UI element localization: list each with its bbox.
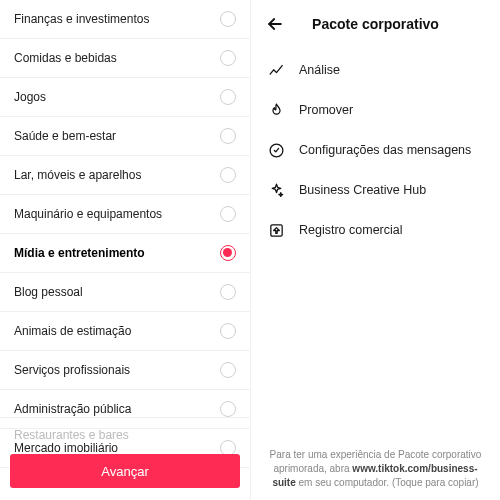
radio-button[interactable] [220,206,236,222]
sparkle-icon [267,181,285,199]
category-row[interactable]: Mídia e entretenimento [0,234,250,273]
category-label: Mídia e entretenimento [14,246,145,260]
svg-rect-1 [270,224,281,235]
footer-text-post: em seu computador. (Toque para copiar) [296,477,479,488]
radio-button[interactable] [220,245,236,261]
header: Pacote corporativo [251,0,500,44]
category-row[interactable]: Jogos [0,78,250,117]
menu-item-label: Registro comercial [299,223,403,237]
category-row[interactable]: Animais de estimação [0,312,250,351]
menu-item-label: Análise [299,63,340,77]
radio-button[interactable] [220,50,236,66]
footer-hint[interactable]: Para ter uma experiência de Pacote corpo… [265,448,486,490]
menu-item[interactable]: Promover [251,90,500,130]
category-label: Administração pública [14,402,131,416]
menu-item-label: Configurações das mensagens [299,143,471,157]
category-row[interactable]: Comidas e bebidas [0,39,250,78]
analytics-icon [267,61,285,79]
category-label: Maquinário e equipamentos [14,207,162,221]
category-label: Finanças e investimentos [14,12,149,26]
category-label: Blog pessoal [14,285,83,299]
radio-button[interactable] [220,401,236,417]
category-label: Serviços profissionais [14,363,130,377]
truncated-category-row: Restaurantes e bares [0,417,250,452]
category-list: Finanças e investimentosComidas e bebida… [0,0,250,468]
radio-button[interactable] [220,11,236,27]
flame-icon [267,101,285,119]
category-row[interactable]: Blog pessoal [0,273,250,312]
category-row[interactable]: Maquinário e equipamentos [0,195,250,234]
menu-item[interactable]: Configurações das mensagens [251,130,500,170]
category-label: Jogos [14,90,46,104]
page-title: Pacote corporativo [265,16,486,32]
category-row[interactable]: Lar, móveis e aparelhos [0,156,250,195]
menu-item[interactable]: Análise [251,50,500,90]
category-row[interactable]: Serviços profissionais [0,351,250,390]
radio-button[interactable] [220,284,236,300]
radio-button[interactable] [220,128,236,144]
category-row[interactable]: Finanças e investimentos [0,0,250,39]
radio-button[interactable] [220,89,236,105]
category-label: Lar, móveis e aparelhos [14,168,141,182]
next-button[interactable]: Avançar [10,454,240,488]
category-row[interactable]: Saúde e bem-estar [0,117,250,156]
radio-button[interactable] [220,323,236,339]
radio-button[interactable] [220,167,236,183]
category-label: Comidas e bebidas [14,51,117,65]
menu-item-label: Promover [299,103,353,117]
category-label: Animais de estimação [14,324,131,338]
menu-list: AnálisePromoverConfigurações das mensage… [251,44,500,256]
business-suite-panel: Pacote corporativo AnálisePromoverConfig… [250,0,500,500]
clock-check-icon [267,141,285,159]
menu-item[interactable]: Business Creative Hub [251,170,500,210]
menu-item[interactable]: Registro comercial [251,210,500,250]
category-label: Saúde e bem-estar [14,129,116,143]
register-icon [267,221,285,239]
category-select-panel: Finanças e investimentosComidas e bebida… [0,0,250,500]
radio-button[interactable] [220,362,236,378]
menu-item-label: Business Creative Hub [299,183,426,197]
